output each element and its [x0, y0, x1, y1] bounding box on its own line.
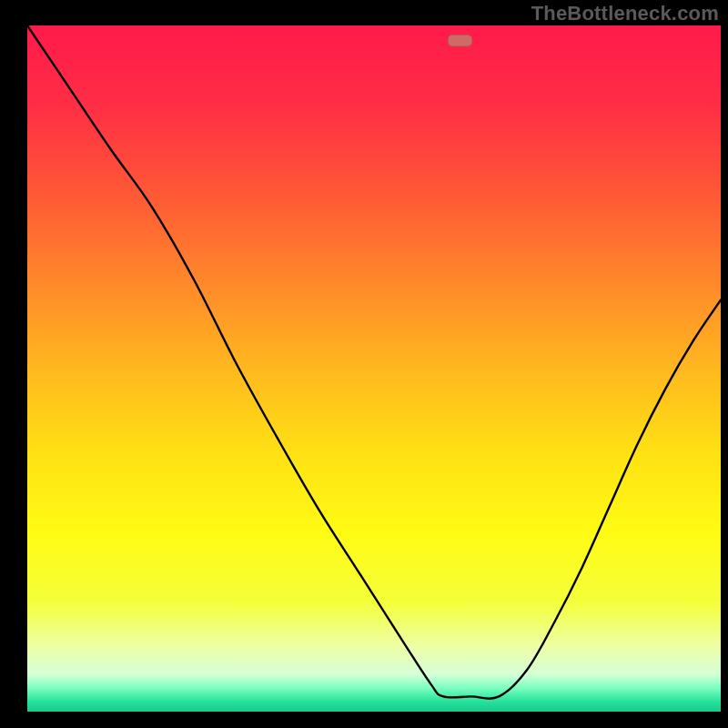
- watermark-text: TheBottleneck.com: [531, 2, 719, 25]
- gradient-background: [27, 25, 721, 712]
- optimal-marker: [448, 35, 472, 46]
- bottleneck-chart: [27, 25, 721, 712]
- chart-frame: TheBottleneck.com: [0, 0, 728, 728]
